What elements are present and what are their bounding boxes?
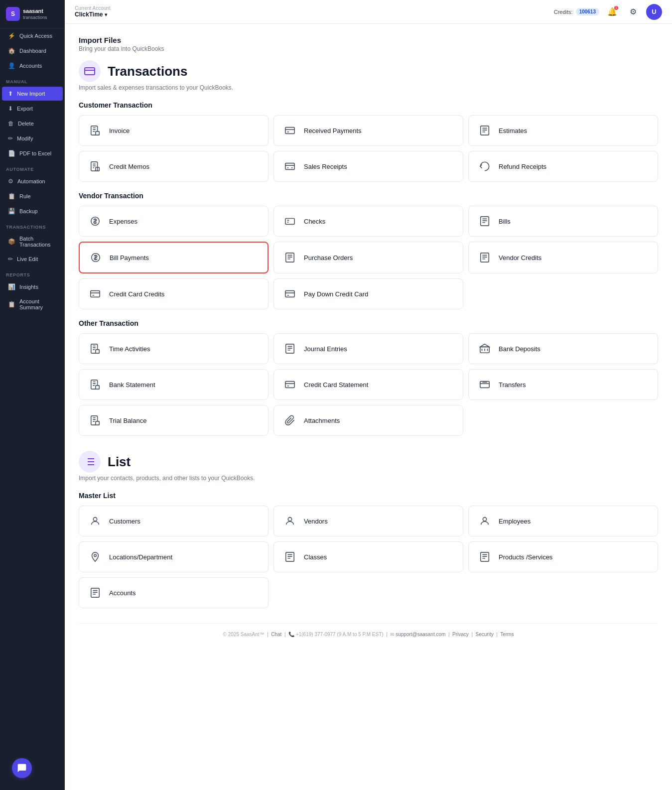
card-bank-deposits[interactable]: Bank Deposits — [468, 333, 658, 364]
svg-rect-32 — [91, 588, 100, 597]
sidebar-item-label: Backup — [19, 208, 38, 214]
logo-product: transactions — [23, 15, 47, 20]
card-sales-receipts[interactable]: Sales Receipts — [273, 151, 463, 182]
sidebar-section-transactions: TRANSACTIONS — [0, 219, 65, 232]
current-account-label: Current Account — [75, 5, 111, 11]
card-credit-memos[interactable]: Credit Memos — [79, 151, 269, 182]
card-journal-entries[interactable]: Journal Entries — [273, 333, 463, 364]
sales-receipts-label: Sales Receipts — [304, 163, 347, 170]
svg-rect-17 — [96, 350, 99, 353]
credits-label: Credits: — [554, 9, 573, 15]
topbar: Current Account ClickTime ▾ Credits: 100… — [65, 0, 672, 24]
sidebar-item-delete[interactable]: 🗑 Delete — [2, 117, 63, 131]
sidebar: S saasant transactions ⚡ Quick Access 🏠 … — [0, 0, 65, 790]
sidebar-item-accounts[interactable]: 👤 Accounts — [2, 59, 63, 73]
sidebar-item-modify[interactable]: ✏ Modify — [2, 132, 63, 145]
card-trial-balance[interactable]: Trial Balance — [79, 405, 269, 436]
card-time-activities[interactable]: Time Activities — [79, 333, 269, 364]
sidebar-item-export[interactable]: ⬇ Export — [2, 102, 63, 116]
new-import-icon: ⬆ — [8, 90, 13, 97]
bills-label: Bills — [499, 218, 511, 225]
card-refund-receipts[interactable]: Refund Receipts — [468, 151, 658, 182]
locations-icon — [87, 549, 103, 565]
sidebar-item-rule[interactable]: 📋 Rule — [2, 189, 63, 203]
list-header: List — [79, 451, 658, 473]
footer-privacy-link[interactable]: Privacy — [452, 632, 469, 637]
footer-email[interactable]: support@saasant.com — [396, 632, 445, 637]
list-desc: Import your contacts, products, and othe… — [79, 475, 658, 482]
quick-access-icon: ⚡ — [8, 32, 15, 39]
footer-chat-link[interactable]: Chat — [271, 632, 281, 637]
sidebar-item-backup[interactable]: 💾 Backup — [2, 204, 63, 218]
modify-icon: ✏ — [8, 135, 13, 142]
account-summary-icon: 📋 — [8, 301, 15, 308]
credit-memos-icon — [87, 158, 103, 174]
account-name: ClickTime — [75, 11, 103, 18]
svg-rect-12 — [286, 253, 294, 262]
card-bill-payments[interactable]: Bill Payments — [79, 242, 269, 273]
sidebar-item-dashboard[interactable]: 🏠 Dashboard — [2, 44, 63, 58]
footer-email-icon: ✉ — [390, 632, 394, 637]
card-received-payments[interactable]: Received Payments — [273, 115, 463, 146]
chat-button[interactable] — [12, 758, 32, 778]
card-purchase-orders[interactable]: Purchase Orders — [273, 242, 463, 273]
card-expenses[interactable]: Expenses — [79, 206, 269, 237]
estimates-label: Estimates — [499, 127, 527, 134]
transactions-icon — [79, 60, 101, 82]
transfers-label: Transfers — [499, 381, 526, 389]
sidebar-item-quick-access[interactable]: ⚡ Quick Access — [2, 29, 63, 43]
card-attachments[interactable]: Attachments — [273, 405, 463, 436]
notifications-button[interactable]: 🔔 1 — [604, 4, 620, 20]
card-vendors[interactable]: Vendors — [273, 506, 463, 536]
time-activities-icon — [87, 341, 103, 357]
sidebar-item-insights[interactable]: 📊 Insights — [2, 280, 63, 294]
card-vendor-credits[interactable]: Vendor Credits — [468, 242, 658, 273]
svg-rect-5 — [91, 162, 98, 171]
card-locations-department[interactable]: Locations/Department — [79, 541, 269, 572]
refund-receipts-label: Refund Receipts — [499, 163, 546, 170]
card-products-services[interactable]: Products /Services — [468, 541, 658, 572]
card-classes[interactable]: Classes — [273, 541, 463, 572]
card-pay-down-credit-card[interactable]: Pay Down Credit Card — [273, 278, 463, 309]
automation-icon: ⚙ — [8, 178, 13, 185]
card-checks[interactable]: Checks — [273, 206, 463, 237]
card-bank-statement[interactable]: Bank Statement — [79, 369, 269, 400]
card-accounts-list[interactable]: Accounts — [79, 577, 269, 608]
dashboard-icon: 🏠 — [8, 47, 15, 54]
card-bills[interactable]: Bills — [468, 206, 658, 237]
sidebar-item-new-import[interactable]: ⬆ New Import — [2, 87, 63, 101]
card-transfers[interactable]: Transfers — [468, 369, 658, 400]
sidebar-item-label: New Import — [17, 91, 45, 97]
sidebar-item-label: Dashboard — [19, 48, 46, 54]
svg-point-27 — [288, 518, 291, 521]
settings-button[interactable]: ⚙ — [625, 4, 641, 20]
sidebar-item-live-edit[interactable]: ✏ Live Edit — [2, 252, 63, 266]
sidebar-item-batch-transactions[interactable]: 📦 Batch Transactions — [2, 232, 63, 251]
credit-card-statement-icon — [282, 377, 298, 393]
transactions-header: Transactions — [79, 60, 658, 82]
purchase-orders-icon — [282, 250, 298, 265]
card-invoice[interactable]: Invoice — [79, 115, 269, 146]
transactions-desc: Import sales & expenses transactions to … — [79, 84, 658, 91]
footer-security-link[interactable]: Security — [476, 632, 494, 637]
sidebar-item-account-summary[interactable]: 📋 Account Summary — [2, 295, 63, 314]
chevron-down-icon[interactable]: ▾ — [105, 12, 107, 17]
card-estimates[interactable]: Estimates — [468, 115, 658, 146]
sidebar-item-automation[interactable]: ⚙ Automation — [2, 174, 63, 188]
master-list-grid: Customers Vendors Employees Locations/De… — [79, 506, 658, 608]
card-credit-card-credits[interactable]: Credit Card Credits — [79, 278, 269, 309]
footer-terms-link[interactable]: Terms — [500, 632, 514, 637]
svg-point-28 — [483, 518, 486, 521]
svg-rect-18 — [286, 344, 294, 353]
other-transaction-title: Other Transaction — [79, 319, 658, 327]
sidebar-item-label: Batch Transactions — [19, 236, 57, 248]
card-employees[interactable]: Employees — [468, 506, 658, 536]
vendors-label: Vendors — [304, 518, 328, 525]
card-customers[interactable]: Customers — [79, 506, 269, 536]
svg-rect-3 — [285, 128, 294, 134]
user-avatar[interactable]: U — [646, 4, 662, 20]
card-credit-card-statement[interactable]: Credit Card Statement — [273, 369, 463, 400]
sidebar-item-pdf-to-excel[interactable]: 📄 PDF to Excel — [2, 146, 63, 160]
locations-department-label: Locations/Department — [109, 553, 172, 561]
bank-deposits-icon — [477, 341, 493, 357]
